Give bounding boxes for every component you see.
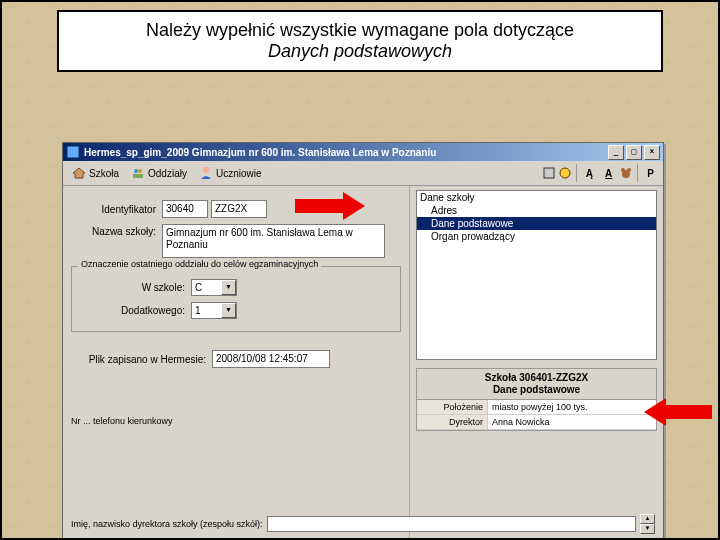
wszkole-select[interactable]: C▼ xyxy=(191,279,237,296)
wszkole-value: C xyxy=(192,282,221,293)
maximize-button[interactable]: □ xyxy=(626,145,642,160)
identifier-field-2[interactable]: ZZG2X xyxy=(211,200,267,218)
tree-item-adres[interactable]: Adres xyxy=(417,204,656,217)
app-icon xyxy=(66,145,80,159)
titlebar: Hermes_sp_gim_2009 Gimnazjum nr 600 im. … xyxy=(63,143,663,161)
person-icon xyxy=(199,166,213,180)
chevron-up-icon: ▲ xyxy=(640,514,655,524)
chevron-down-icon: ▼ xyxy=(221,303,236,318)
svg-point-10 xyxy=(627,168,631,172)
school-name-field[interactable]: Gimnazjum nr 600 im. Stanisława Lema w P… xyxy=(162,224,385,258)
tool-icon-1[interactable] xyxy=(542,166,556,180)
separator xyxy=(576,164,577,182)
svg-point-9 xyxy=(621,168,625,172)
minimize-button[interactable]: _ xyxy=(608,145,624,160)
file-saved-label: Plik zapisano w Hermesie: xyxy=(71,354,212,365)
identifier-field-1[interactable]: 30640 xyxy=(162,200,208,218)
toolbar: Szkoła Oddziały Uczniowie Ą A P xyxy=(63,161,663,186)
phone-label: Nr ... telefonu kierunkowy xyxy=(71,416,173,426)
detail-head-2: Dane podstawowe xyxy=(419,384,654,396)
left-panel: Identyfikator 30640 ZZG2X Nazwa szkoły: … xyxy=(63,186,409,539)
svg-rect-6 xyxy=(544,168,554,178)
house-icon xyxy=(72,166,86,180)
identifier-label: Identyfikator xyxy=(71,204,162,215)
tab-uczniowie[interactable]: Uczniowie xyxy=(194,164,267,182)
wszkole-label: W szkole: xyxy=(80,282,191,293)
svg-point-7 xyxy=(560,168,570,178)
svg-marker-1 xyxy=(73,168,85,178)
tab-oddzialy-label: Oddziały xyxy=(148,168,187,179)
svg-point-2 xyxy=(134,169,138,173)
callout-line2: Danych podstawowych xyxy=(73,41,647,62)
tab-szkola-label: Szkoła xyxy=(89,168,119,179)
detail-header: Szkoła 306401-ZZG2X Dane podstawowe xyxy=(417,369,656,400)
chevron-down-icon: ▼ xyxy=(221,280,236,295)
right-panel: Dane szkoły Adres Dane podstawowe Organ … xyxy=(409,186,663,539)
detail-dyrektor-value: Anna Nowicka xyxy=(488,415,656,429)
separator xyxy=(637,164,638,182)
exam-designation-group: Oznaczenie ostatniego oddziału do celów … xyxy=(71,266,401,332)
spinner[interactable]: ▲ ▼ xyxy=(640,514,655,534)
group-legend: Oznaczenie ostatniego oddziału do celów … xyxy=(78,259,321,269)
tree-item-dane-podstawowe[interactable]: Dane podstawowe xyxy=(417,217,656,230)
director-name-field[interactable] xyxy=(267,516,636,532)
instruction-callout: Należy wypełnić wszystkie wymagane pola … xyxy=(57,10,663,72)
dodatkowego-value: 1 xyxy=(192,305,221,316)
tree-root[interactable]: Dane szkoły xyxy=(417,191,656,204)
detail-box: Szkoła 306401-ZZG2X Dane podstawowe Poło… xyxy=(416,368,657,431)
detail-row-dyrektor: Dyrektor Anna Nowicka xyxy=(417,415,656,430)
file-saved-field: 2008/10/08 12:45:07 xyxy=(212,350,330,368)
bear-icon[interactable] xyxy=(619,166,633,180)
detail-row-polozenie: Położenie miasto powyżej 100 tys. xyxy=(417,400,656,415)
tab-uczniowie-label: Uczniowie xyxy=(216,168,262,179)
main-area: Identyfikator 30640 ZZG2X Nazwa szkoły: … xyxy=(63,186,663,539)
p-button[interactable]: P xyxy=(642,166,659,181)
svg-point-5 xyxy=(203,167,209,173)
detail-polozenie-value: miasto powyżej 100 tys. xyxy=(488,400,656,414)
tree-list[interactable]: Dane szkoły Adres Dane podstawowe Organ … xyxy=(416,190,657,360)
group-icon xyxy=(131,166,145,180)
char-a-ogonek-button[interactable]: Ą xyxy=(581,166,598,181)
chevron-down-icon: ▼ xyxy=(640,524,655,534)
close-button[interactable]: × xyxy=(644,145,660,160)
dodatkowego-select[interactable]: 1▼ xyxy=(191,302,237,319)
char-a-button[interactable]: A xyxy=(600,166,617,181)
tree-item-organ[interactable]: Organ prowadzący xyxy=(417,230,656,243)
window-title: Hermes_sp_gim_2009 Gimnazjum nr 600 im. … xyxy=(84,147,606,158)
svg-point-3 xyxy=(138,169,142,173)
detail-dyrektor-label: Dyrektor xyxy=(417,415,488,429)
tool-icon-2[interactable] xyxy=(558,166,572,180)
svg-rect-4 xyxy=(133,174,143,178)
detail-polozenie-label: Położenie xyxy=(417,400,488,414)
detail-head-1: Szkoła 306401-ZZG2X xyxy=(419,372,654,384)
bottom-row: Imię, nazwisko dyrektora szkoły (zespołu… xyxy=(71,514,655,534)
callout-line1: Należy wypełnić wszystkie wymagane pola … xyxy=(73,20,647,41)
dodatkowego-label: Dodatkowego: xyxy=(80,305,191,316)
school-name-label: Nazwa szkoły: xyxy=(71,224,162,237)
svg-rect-0 xyxy=(67,146,79,158)
tab-oddzialy[interactable]: Oddziały xyxy=(126,164,192,182)
tab-szkola[interactable]: Szkoła xyxy=(67,164,124,182)
director-name-label: Imię, nazwisko dyrektora szkoły (zespołu… xyxy=(71,519,263,529)
